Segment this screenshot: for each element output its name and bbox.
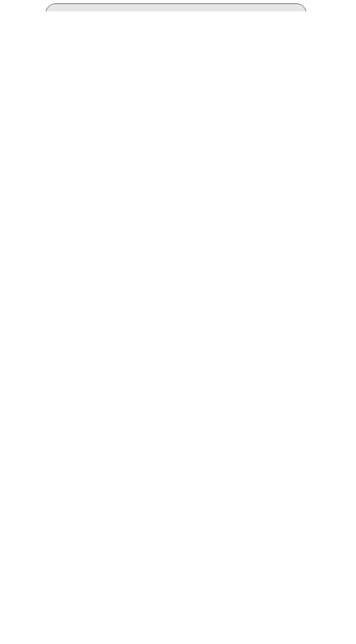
col-first-name: first_name bbox=[82, 10, 114, 11]
kw-select: SELECT bbox=[54, 10, 80, 11]
kw-where: WHERE bbox=[173, 10, 198, 11]
txt-dept-in: department_id IN bbox=[200, 10, 252, 11]
sql-line: SELECT first_name FROM employees WHERE d… bbox=[54, 9, 298, 11]
tbl-employees: employees bbox=[138, 10, 171, 11]
top-sql-box: SELECT first_name FROM employees WHERE d… bbox=[45, 3, 307, 11]
kw-from: FROM bbox=[116, 10, 136, 11]
